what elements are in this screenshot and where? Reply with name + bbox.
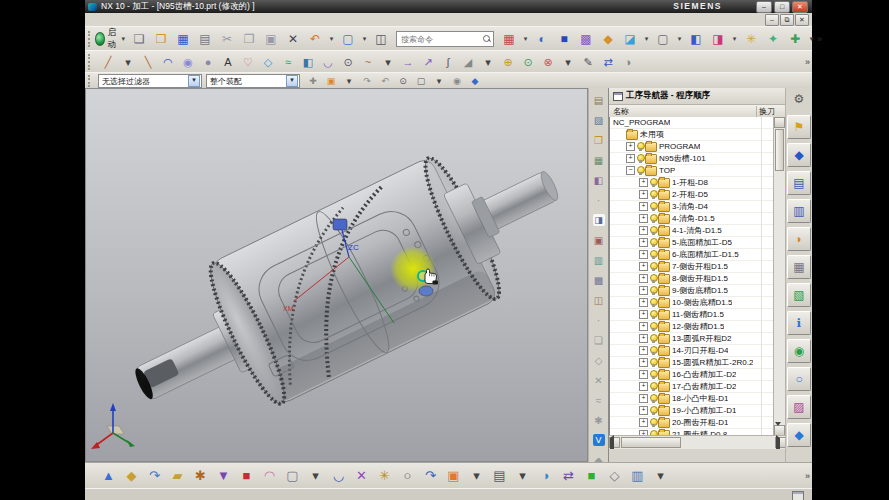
tree-row[interactable]: + 4-清角-D1.5 [610,213,786,225]
expand-toggle[interactable]: + [639,298,648,307]
dropdown-arrow-icon[interactable]: ▾ [360,29,369,49]
search-input[interactable] [399,34,481,45]
tree-row[interactable]: + 20-圈齿开粗-D1 [610,417,786,429]
sphere-icon[interactable]: ◉ [179,53,197,71]
expand-toggle[interactable]: + [639,274,648,283]
wireframe-view-icon[interactable]: ▩ [576,29,596,49]
toolbar-grip[interactable] [88,75,95,86]
expand-toggle[interactable]: + [639,250,648,259]
copy-icon[interactable]: ❐ [239,29,259,49]
expand-toggle[interactable]: + [639,262,648,271]
child-close-button[interactable]: ✕ [795,14,809,26]
show-hide-icon[interactable]: ◑ [619,53,637,71]
rect-bound-icon[interactable]: ▢ [282,465,303,486]
wave-curve-icon[interactable]: ~ [359,53,377,71]
circle-icon[interactable]: ● [199,53,217,71]
view-palette-icon[interactable]: ◧ [590,171,608,189]
hole-mill-icon[interactable]: ○ [397,465,418,486]
tree-row[interactable]: + 12-侧齿精D1.5 [610,321,786,333]
column-toolchange[interactable]: 换刀 [756,106,785,117]
menu-item[interactable] [117,15,125,25]
menu-item[interactable] [93,15,101,25]
dropdown-arrow-icon[interactable]: ▾ [431,74,447,89]
tube-icon[interactable]: ⊙ [339,53,357,71]
palette-icon[interactable]: ▨ [787,395,811,419]
wave-tool-icon[interactable]: ≈ [590,391,608,409]
tree-row[interactable]: + N95齿槽-101 [610,153,786,165]
notebook-icon[interactable]: ▤ [489,465,510,486]
cleanup-tool-icon[interactable]: ✕ [590,371,608,389]
dropdown-arrow-icon[interactable]: ▾ [466,465,487,486]
expand-toggle[interactable]: + [639,382,648,391]
verify-icon[interactable]: ↷ [144,465,165,486]
library-icon[interactable]: ▧ [787,283,811,307]
pocket-mill-icon[interactable]: ◡ [328,465,349,486]
menu-item[interactable] [125,15,133,25]
column-name[interactable]: 名称 [609,106,756,117]
contour-tool-icon[interactable]: ◇ [590,351,608,369]
expand-toggle[interactable]: + [639,310,648,319]
tree-row[interactable]: + 3-清角-D4 [610,201,786,213]
scroll-left-icon[interactable] [609,437,620,448]
status-window-icon[interactable] [792,491,804,500]
machine-icon[interactable]: ▦ [787,255,811,279]
tree-row[interactable]: + 15-圆弧R精加工-2R0.2 [610,357,786,369]
polyline-icon[interactable]: ╲ [139,53,157,71]
tree-row[interactable]: + 17-凸齿精加工-D2 [610,381,786,393]
vertical-scrollbar[interactable] [773,117,785,436]
view-orient-icon[interactable]: ◪ [620,29,640,49]
shaded-ball-icon[interactable]: ◆ [467,74,483,89]
tree-row[interactable]: + 19-小凸精加工-D1 [610,405,786,417]
template-icon[interactable]: ▩ [590,271,608,289]
horizontal-scrollbar[interactable] [609,435,786,449]
datum-plane-icon[interactable]: ◆ [598,29,618,49]
corner-rough-icon[interactable]: ✕ [351,465,372,486]
fillet-icon[interactable]: ∫ [439,53,457,71]
tree-row[interactable]: + 7-侧齿开粗D1.5 [610,261,786,273]
separator-dot[interactable]: · [590,191,608,209]
create-program-icon[interactable]: ⚑ [787,115,811,139]
tree-row[interactable]: 未用项 [610,129,786,141]
expand-toggle[interactable]: + [639,346,648,355]
tree-row[interactable]: NC_PROGRAM [610,117,786,129]
move-component-icon[interactable]: ◨ [708,29,728,49]
expand-toggle[interactable]: + [639,226,648,235]
toolbar-grip[interactable] [88,54,95,69]
offset-icon[interactable]: ⊙ [519,53,537,71]
show-tool-path-icon[interactable]: ▲ [98,465,119,486]
render-style-icon[interactable]: ◐ [532,29,552,49]
overflow-chevron-icon[interactable]: » [805,57,810,67]
selection-scope-dropdown[interactable]: 整个装配 ▼ [206,74,300,88]
extend-icon[interactable]: → [399,53,417,71]
v-tool-icon[interactable]: V [590,431,608,449]
layer-icon[interactable]: ▥ [627,465,648,486]
expand-toggle[interactable]: + [639,178,648,187]
create-method-icon[interactable]: ▥ [787,199,811,223]
paste-icon[interactable]: ▣ [261,29,281,49]
menu-item[interactable] [141,15,149,25]
menu-item[interactable] [157,15,165,25]
dropdown-arrow-icon[interactable]: ▾ [521,29,530,49]
save-icon[interactable]: ▦ [173,29,193,49]
dropdown-arrow-icon[interactable]: ▾ [559,53,577,71]
stock-icon[interactable]: ▣ [443,465,464,486]
separator-dot[interactable]: · [590,311,608,329]
expand-toggle[interactable]: + [639,286,648,295]
expand-toggle[interactable]: + [639,334,648,343]
dropdown-arrow-icon[interactable]: ▾ [305,465,326,486]
expand-toggle[interactable]: + [639,202,648,211]
globe-icon[interactable]: ◉ [449,74,465,89]
tree-row[interactable]: + 10-侧齿底精D1.5 [610,297,786,309]
constraint-navigator-icon[interactable]: ▨ [590,111,608,129]
menu-item[interactable] [101,15,109,25]
expand-toggle[interactable]: + [626,142,635,151]
touch-tool-icon[interactable]: ✱ [590,411,608,429]
dropdown-arrow-icon[interactable]: ▾ [119,53,137,71]
move-icon[interactable]: ⇄ [599,53,617,71]
postprocess-icon[interactable]: ✱ [190,465,211,486]
graphics-viewport[interactable]: ZC XM [85,88,588,462]
surface-icon[interactable]: ◧ [299,53,317,71]
expand-toggle[interactable]: + [639,370,648,379]
menu-item[interactable] [189,15,197,25]
generate-icon[interactable]: ◆ [121,465,142,486]
